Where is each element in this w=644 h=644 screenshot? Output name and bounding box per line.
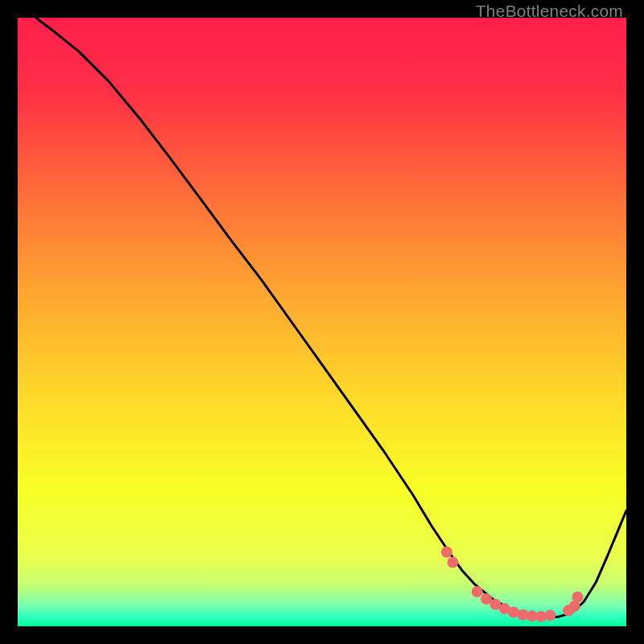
- bottleneck-chart: [18, 18, 626, 626]
- gradient-background: [18, 18, 626, 626]
- highlight-dot: [472, 586, 483, 597]
- chart-frame: [18, 18, 626, 626]
- highlight-dot: [441, 547, 452, 558]
- highlight-dot: [572, 592, 584, 603]
- highlight-dot: [448, 557, 459, 568]
- highlight-dot: [545, 609, 556, 621]
